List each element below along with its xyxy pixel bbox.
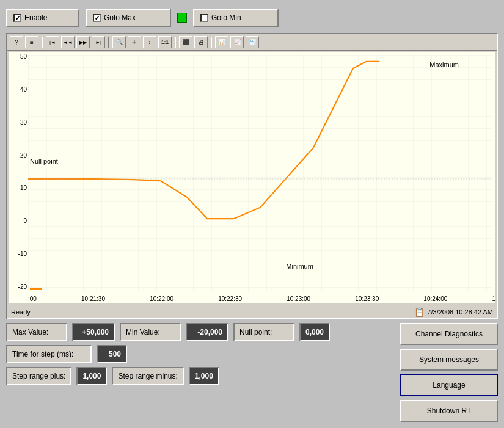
toolbar-chart3-btn[interactable]: 📉 xyxy=(246,36,259,48)
legend-line xyxy=(30,288,42,290)
field-row-1: Max Value: +50,000 Min Value: -20,000 Nu… xyxy=(6,323,395,341)
minimum-annotation: Minimum xyxy=(286,263,313,270)
chart-area: 50 40 30 20 10 0 -10 -20 xyxy=(9,52,495,303)
x-label-end: 1 xyxy=(492,296,495,302)
y-axis: 50 40 30 20 10 0 -10 -20 xyxy=(9,52,28,291)
x-label-6: 10:24:00 xyxy=(423,296,447,302)
x-axis: :00 10:21:30 10:22:00 10:22:30 10:23:00 … xyxy=(28,296,495,302)
max-value-label: Max Value: xyxy=(6,323,67,341)
toolbar-sep2 xyxy=(108,37,109,48)
null-point-annotation: Null point xyxy=(30,158,58,165)
toolbar-list-btn[interactable]: ≡ xyxy=(25,36,38,48)
goto-min-checkbox[interactable] xyxy=(200,14,208,22)
min-value-label: Min Value: xyxy=(120,323,181,341)
toolbar-sep1 xyxy=(42,37,43,48)
y-label-40: 40 xyxy=(20,86,27,93)
toolbar-last-btn[interactable]: ►| xyxy=(92,36,105,48)
null-point-label: Null point: xyxy=(233,323,294,341)
language-button[interactable]: Language xyxy=(400,374,498,396)
x-label-start: :00 xyxy=(28,296,37,302)
toolbar-sep4 xyxy=(211,37,212,48)
y-label-neg20: -20 xyxy=(18,283,27,290)
enable-label: Enable xyxy=(24,13,47,22)
toolbar-chart1-btn[interactable]: 📊 xyxy=(215,36,228,48)
goto-max-checkbox[interactable]: ✔ xyxy=(93,14,101,22)
bottom-section: Max Value: +50,000 Min Value: -20,000 Nu… xyxy=(6,323,498,422)
toolbar-stop-btn[interactable]: ⬛ xyxy=(179,36,192,48)
action-buttons-section: Channel Diagnostics System messages Lang… xyxy=(400,323,498,422)
toolbar-next-btn[interactable]: ▶▶ xyxy=(76,36,90,48)
goto-min-button[interactable]: Goto Min xyxy=(193,9,279,27)
enable-checkbox[interactable]: ✔ xyxy=(13,14,21,22)
system-messages-button[interactable]: System messages xyxy=(400,349,498,371)
status-datetime: 7/3/2008 10:28:42 AM xyxy=(427,308,493,316)
toolbar-chart2-btn[interactable]: 📈 xyxy=(230,36,244,48)
null-point-display: 0,000 xyxy=(299,323,330,341)
y-label-20: 20 xyxy=(20,152,27,159)
chart-toolbar: ? ≡ |◄ ◄◄ ▶▶ ►| 🔍 ✛ ↕ 1:1 ⬛ 🖨 📊 📈 📉 xyxy=(7,34,497,51)
field-row-2: Time for step (ms): 500 xyxy=(6,345,395,363)
toolbar-print-btn[interactable]: 🖨 xyxy=(194,36,208,48)
step-range-minus-label: Step range minus: xyxy=(112,367,183,385)
top-buttons-row: ✔ Enable ✔ Goto Max Goto Min xyxy=(6,6,498,29)
toolbar-1to1-btn[interactable]: 1:1 xyxy=(158,36,172,48)
y-label-10: 10 xyxy=(20,184,27,191)
shutdown-rt-button[interactable]: Shutdown RT xyxy=(400,400,498,422)
y-label-neg10: -10 xyxy=(18,250,27,257)
chart-status-bar: Ready 📋 7/3/2008 10:28:42 AM xyxy=(7,305,497,318)
step-range-minus-display: 1,000 xyxy=(189,367,219,385)
x-label-3: 10:22:30 xyxy=(218,296,242,302)
x-label-1: 10:21:30 xyxy=(81,296,105,302)
fields-section: Max Value: +50,000 Min Value: -20,000 Nu… xyxy=(6,323,395,422)
status-icon: 📋 xyxy=(414,307,425,317)
channel-diagnostics-button[interactable]: Channel Diagnostics xyxy=(400,323,498,345)
chart-panel: ? ≡ |◄ ◄◄ ▶▶ ►| 🔍 ✛ ↕ 1:1 ⬛ 🖨 📊 📈 📉 50 xyxy=(6,33,498,319)
toolbar-zoom-btn[interactable]: 🔍 xyxy=(112,36,126,48)
maximum-annotation: Maximum xyxy=(429,61,459,68)
green-indicator xyxy=(177,13,187,23)
toolbar-sep3 xyxy=(175,37,176,48)
y-label-0: 0 xyxy=(23,217,27,224)
time-step-display: 500 xyxy=(97,345,127,363)
goto-min-label: Goto Min xyxy=(211,13,241,22)
field-row-3: Step range plus: 1,000 Step range minus:… xyxy=(6,367,395,385)
goto-max-button[interactable]: ✔ Goto Max xyxy=(86,9,171,27)
chart-line-svg xyxy=(28,55,492,254)
max-value-display: +50,000 xyxy=(72,323,115,341)
x-label-5: 10:23:30 xyxy=(355,296,379,302)
step-range-plus-display: 1,000 xyxy=(76,367,107,385)
enable-button[interactable]: ✔ Enable xyxy=(6,9,79,27)
goto-max-label: Goto Max xyxy=(104,13,136,22)
toolbar-first-btn[interactable]: |◄ xyxy=(46,36,59,48)
step-range-plus-label: Step range plus: xyxy=(6,367,71,385)
min-value-display: -20,000 xyxy=(186,323,228,341)
y-label-30: 30 xyxy=(20,119,27,126)
toolbar-help-btn[interactable]: ? xyxy=(10,36,23,48)
y-label-50: 50 xyxy=(20,53,27,60)
status-ready: Ready xyxy=(11,308,31,316)
toolbar-prev-btn[interactable]: ◄◄ xyxy=(61,36,75,48)
time-step-label: Time for step (ms): xyxy=(6,345,92,363)
x-label-4: 10:23:00 xyxy=(287,296,310,302)
x-label-2: 10:22:00 xyxy=(150,296,173,302)
toolbar-pan-btn[interactable]: ✛ xyxy=(128,36,141,48)
toolbar-scale-btn[interactable]: ↕ xyxy=(143,36,156,48)
